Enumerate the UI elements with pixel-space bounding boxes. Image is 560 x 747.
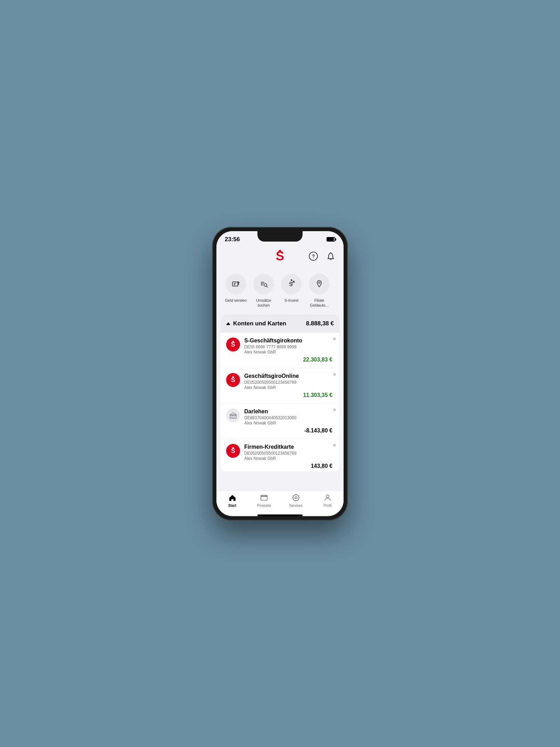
nav-item-start[interactable]: Start bbox=[222, 493, 243, 508]
sparkasse-s-small-2: S bbox=[229, 376, 237, 384]
quick-actions: € Geld senden bbox=[216, 268, 344, 315]
dot-indicator-3 bbox=[333, 408, 336, 411]
nav-item-services[interactable]: Services bbox=[286, 493, 306, 508]
svg-point-17 bbox=[232, 376, 234, 378]
account-owner-4: Alex Nowak GbR bbox=[244, 456, 334, 461]
account-row-1: S S-Geschäftsgirokonto DE55 6666 7777 88… bbox=[226, 338, 334, 355]
geld-senden-label: Geld senden bbox=[225, 298, 247, 303]
account-item-geschaeftsgirokonto[interactable]: S S-Geschäftsgirokonto DE55 6666 7777 88… bbox=[221, 333, 339, 368]
svg-rect-18 bbox=[230, 415, 236, 418]
svg-point-35 bbox=[326, 495, 329, 498]
nav-label-produkte: Produkte bbox=[257, 504, 271, 508]
battery-fill bbox=[327, 238, 334, 241]
dot-indicator-2 bbox=[333, 373, 336, 376]
account-item-darlehen[interactable]: Darlehen DE89370400440532013000 Alex Now… bbox=[221, 404, 339, 439]
account-owner-1: Alex Nowak GbR bbox=[244, 350, 334, 355]
account-name-1: S-Geschäftsgirokonto bbox=[244, 338, 334, 344]
account-item-kreditkarte[interactable]: S Firmen-Kreditkarte DE05200505500123456… bbox=[221, 439, 339, 471]
account-info-1: S-Geschäftsgirokonto DE55 6666 7777 8888… bbox=[244, 338, 334, 355]
send-money-icon: € bbox=[231, 279, 241, 289]
quick-action-umsatze[interactable]: Umsätzesuchen bbox=[250, 274, 278, 308]
status-time: 23:56 bbox=[225, 236, 240, 243]
battery-icon bbox=[327, 237, 335, 242]
sparkasse-logo: S bbox=[272, 249, 288, 264]
sparkasse-s-small-4: S bbox=[229, 447, 237, 455]
svg-rect-27 bbox=[261, 495, 267, 500]
dot-indicator-4 bbox=[333, 444, 336, 447]
sparkasse-s-small-1: S bbox=[229, 341, 237, 348]
home-indicator-bar bbox=[257, 514, 303, 516]
phone-notch bbox=[257, 231, 303, 242]
account-info-2: GeschäftsgiroOnline DE052005055001234567… bbox=[244, 373, 334, 390]
status-icons bbox=[327, 237, 335, 242]
svg-point-30 bbox=[295, 497, 297, 499]
invest-icon: S bbox=[286, 278, 297, 290]
account-row-3: Darlehen DE89370400440532013000 Alex Now… bbox=[226, 408, 334, 425]
invest-icon-container: S bbox=[281, 274, 302, 294]
dot-indicator-1 bbox=[333, 338, 336, 340]
svg-point-12 bbox=[291, 279, 293, 281]
s-invest-label: S-Invest bbox=[285, 298, 298, 303]
svg-point-1 bbox=[279, 250, 281, 253]
account-iban-2: DE05200505500123456789 bbox=[244, 380, 334, 385]
svg-point-13 bbox=[319, 282, 320, 283]
account-owner-3: Alex Nowak GbR bbox=[244, 421, 334, 425]
sparkasse-logo-4: S bbox=[226, 444, 240, 458]
scroll-area[interactable]: € Geld senden bbox=[216, 268, 344, 490]
app-header: S ? bbox=[216, 245, 344, 268]
quick-action-filiale[interactable]: FilialeGeldauto... bbox=[305, 274, 333, 308]
bottom-nav: Start Produkte bbox=[216, 490, 344, 514]
svg-line-10 bbox=[266, 286, 267, 287]
svg-point-15 bbox=[232, 341, 234, 343]
nav-item-produkte[interactable]: Produkte bbox=[254, 493, 274, 508]
account-item-geschaeftsgiro-online[interactable]: S GeschäftsgiroOnline DE0520050550012345… bbox=[221, 368, 339, 404]
profile-icon bbox=[323, 493, 332, 502]
svg-rect-22 bbox=[231, 415, 232, 418]
quick-action-geld-senden[interactable]: € Geld senden bbox=[222, 274, 250, 308]
accounts-total: 8.888,38 € bbox=[306, 320, 334, 327]
nav-label-services: Services bbox=[289, 504, 303, 508]
account-row-2: S GeschäftsgiroOnline DE0520050550012345… bbox=[226, 373, 334, 390]
svg-point-25 bbox=[232, 447, 234, 449]
help-button[interactable]: ? bbox=[307, 250, 319, 262]
accounts-header[interactable]: Konten und Karten 8.888,38 € bbox=[221, 315, 339, 333]
account-balance-4: 143,80 € bbox=[226, 463, 334, 469]
location-icon-container bbox=[309, 274, 330, 294]
help-circle-icon: ? bbox=[308, 251, 318, 261]
account-name-2: GeschäftsgiroOnline bbox=[244, 373, 334, 379]
account-iban-3: DE89370400440532013000 bbox=[244, 415, 334, 420]
account-iban-4: DE05200505500123456789 bbox=[244, 451, 334, 456]
account-name-3: Darlehen bbox=[244, 408, 334, 415]
account-info-4: Firmen-Kreditkarte DE0520050550012345678… bbox=[244, 444, 334, 461]
accounts-section: Konten und Karten 8.888,38 € S bbox=[221, 315, 339, 471]
search-transactions-icon-container bbox=[253, 274, 274, 294]
sparkasse-logo-1: S bbox=[226, 338, 240, 351]
accounts-title: Konten und Karten bbox=[233, 320, 286, 327]
account-balance-1: 22.303,83 € bbox=[226, 357, 334, 363]
bell-button[interactable] bbox=[325, 250, 337, 262]
sparkasse-logo-2: S bbox=[226, 373, 240, 387]
phone-screen: 23:56 S ? bbox=[216, 231, 344, 516]
account-balance-3: -8.143,80 € bbox=[226, 428, 334, 434]
bank-icon bbox=[229, 411, 237, 420]
account-info-3: Darlehen DE89370400440532013000 Alex Now… bbox=[244, 408, 334, 425]
loan-logo bbox=[226, 408, 240, 422]
svg-text:?: ? bbox=[312, 253, 315, 259]
services-icon bbox=[291, 493, 300, 502]
sparkasse-s-icon: S bbox=[272, 249, 288, 264]
header-actions: ? bbox=[307, 250, 337, 262]
accounts-header-left: Konten und Karten bbox=[226, 320, 286, 327]
umsatze-label: Umsätzesuchen bbox=[256, 298, 271, 308]
home-icon bbox=[228, 493, 237, 502]
nav-item-profil[interactable]: Profil bbox=[317, 493, 338, 508]
nav-label-profil: Profil bbox=[324, 504, 332, 508]
nav-label-start: Start bbox=[228, 504, 236, 508]
account-name-4: Firmen-Kreditkarte bbox=[244, 444, 334, 450]
account-iban-1: DE55 6666 7777 8888 9999 bbox=[244, 344, 334, 349]
location-icon bbox=[314, 279, 324, 289]
send-money-icon-container: € bbox=[225, 274, 246, 294]
svg-text:€: € bbox=[233, 282, 235, 286]
quick-action-s-invest[interactable]: S S-Invest bbox=[278, 274, 305, 308]
chevron-up-icon bbox=[226, 322, 230, 325]
filiale-label: FilialeGeldauto... bbox=[310, 298, 329, 308]
